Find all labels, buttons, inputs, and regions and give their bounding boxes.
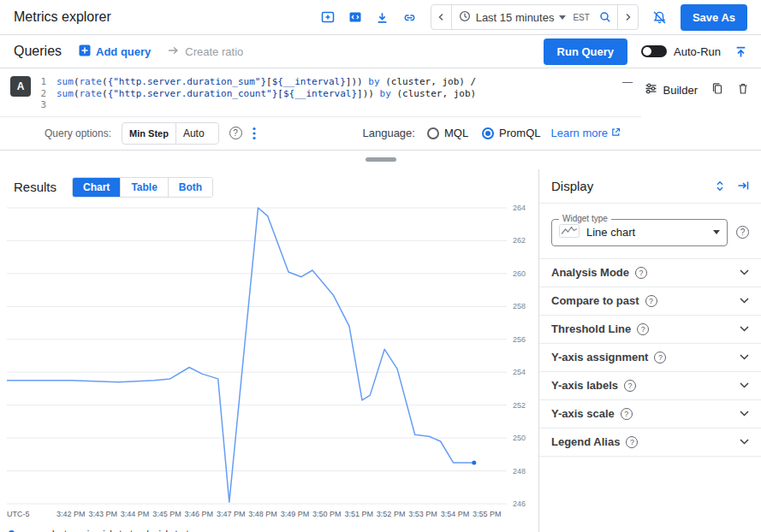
run-query-button[interactable]: Run Query	[544, 38, 627, 65]
chevron-down-icon	[559, 15, 566, 20]
create-ratio-button[interactable]: Create ratio	[168, 45, 243, 58]
help-icon[interactable]	[654, 352, 666, 364]
add-query-label: Add query	[96, 45, 151, 58]
collapse-panel-right-icon[interactable]	[737, 180, 749, 191]
clock-icon	[459, 10, 471, 25]
code-line[interactable]: 3	[33, 99, 614, 111]
widget-type-select[interactable]: Widget type Line chart	[551, 219, 728, 246]
chevron-down-icon	[740, 382, 749, 388]
time-range-selector[interactable]: Last 15 minutes	[452, 10, 574, 25]
legend-label: saucy-cluster zci-quickstart-ns/quicksta…	[20, 529, 207, 532]
code-lines[interactable]: 1sum(rate({"http.server.duration_sum"}[$…	[33, 76, 614, 111]
code-text: sum(rate({"http.server.duration_sum"}[${…	[56, 76, 476, 88]
code-line[interactable]: 1sum(rate({"http.server.duration_sum"}[$…	[33, 76, 614, 88]
expand-all-icon[interactable]	[715, 180, 725, 192]
content: Results ChartTableBoth 24624825025225425…	[0, 169, 761, 532]
editor-collapse-handle[interactable]: —	[614, 76, 641, 88]
code-export-icon[interactable]	[348, 10, 362, 24]
chevron-down-icon	[740, 411, 749, 417]
display-section-threshold-line[interactable]: Threshold Line	[539, 316, 761, 344]
svg-text:UTC-5: UTC-5	[7, 510, 30, 518]
widget-type-help-icon[interactable]	[736, 226, 749, 239]
language-label-heading: Language:	[362, 127, 414, 139]
display-sections: Analysis ModeCompare to pastThreshold Li…	[539, 259, 761, 457]
copy-icon[interactable]	[711, 82, 723, 95]
collapse-editor-icon[interactable]	[734, 45, 747, 58]
chevron-down-icon	[740, 439, 749, 445]
time-back-button[interactable]	[431, 5, 452, 29]
line-number: 1	[33, 76, 56, 88]
help-icon[interactable]	[635, 267, 647, 279]
code-line[interactable]: 2sum(rate({"http.server.duration_count"}…	[33, 88, 614, 100]
radio-icon	[427, 127, 439, 139]
auto-run-control: Auto-Run	[641, 45, 721, 58]
resize-handle[interactable]	[366, 157, 396, 162]
editor-side-actions: Builder	[641, 68, 761, 150]
notifications-off-icon[interactable]	[652, 10, 667, 25]
help-icon[interactable]	[626, 436, 638, 448]
more-options-icon[interactable]	[253, 127, 256, 140]
external-link-icon	[611, 127, 621, 139]
metrics-explorer-app: Metrics explorer	[0, 0, 761, 532]
top-bar: Metrics explorer	[0, 0, 761, 35]
topbar-actions: Last 15 minutes EST Save As	[321, 4, 747, 31]
query-editor: A 1sum(rate({"http.server.duration_sum"}…	[0, 68, 761, 151]
svg-text:250: 250	[513, 434, 526, 442]
tab-table[interactable]: Table	[121, 178, 168, 197]
time-range-label: Last 15 minutes	[476, 11, 555, 24]
time-forward-button[interactable]	[617, 5, 638, 29]
add-box-icon	[79, 44, 91, 59]
save-as-button[interactable]: Save As	[681, 4, 747, 31]
section-label: Y-axis labels	[551, 379, 618, 392]
queries-bar-actions: Run Query Auto-Run	[544, 38, 747, 65]
display-section-y-axis-scale[interactable]: Y-axis scale	[539, 400, 761, 429]
language-radio-mql[interactable]: MQL	[427, 127, 468, 139]
svg-text:260: 260	[513, 269, 526, 277]
chevron-down-icon	[740, 354, 749, 360]
radio-icon	[482, 127, 494, 139]
chevron-down-icon	[740, 269, 749, 275]
display-section-compare-to-past[interactable]: Compare to past	[539, 287, 761, 316]
learn-more-link[interactable]: Learn more	[551, 127, 621, 139]
svg-text:3:55 PM: 3:55 PM	[473, 510, 502, 518]
download-icon[interactable]	[376, 11, 389, 24]
link-icon[interactable]	[402, 11, 417, 24]
timezone-label: EST	[573, 13, 592, 22]
code-text: sum(rate({"http.server.duration_count"}[…	[56, 88, 476, 100]
section-label: Threshold Line	[551, 322, 631, 335]
add-query-button[interactable]: Add query	[79, 44, 151, 59]
svg-text:248: 248	[513, 466, 526, 475]
display-section-legend-alias[interactable]: Legend Alias	[539, 429, 761, 457]
help-icon[interactable]	[624, 380, 636, 392]
chevron-down-icon	[740, 326, 749, 332]
display-title: Display	[551, 179, 703, 193]
add-to-dashboard-icon[interactable]	[321, 10, 335, 24]
query-badge: A	[10, 76, 31, 97]
svg-text:254: 254	[513, 368, 526, 376]
display-section-y-axis-assignment[interactable]: Y-axis assignment	[539, 344, 761, 372]
language-group: Language: MQLPromQL	[362, 127, 540, 139]
auto-run-toggle[interactable]	[641, 45, 667, 57]
builder-button[interactable]: Builder	[645, 82, 698, 98]
editor-left: A 1sum(rate({"http.server.duration_sum"}…	[0, 68, 641, 150]
help-icon[interactable]	[637, 323, 649, 335]
chart-area: 2462482502522542562582602622643:42 PM3:4…	[0, 203, 538, 527]
tab-chart[interactable]: Chart	[73, 178, 121, 197]
language-radio-promql[interactable]: PromQL	[482, 127, 540, 139]
display-section-analysis-mode[interactable]: Analysis Mode	[539, 259, 761, 287]
line-number: 2	[33, 88, 56, 100]
language-options: MQLPromQL	[427, 127, 541, 139]
display-section-y-axis-labels[interactable]: Y-axis labels	[539, 372, 761, 400]
time-search-button[interactable]	[593, 5, 617, 29]
help-icon[interactable]	[645, 295, 657, 307]
results-title: Results	[14, 180, 56, 194]
queries-bar: Queries Add query Create ratio Run Query…	[0, 35, 761, 68]
tab-both[interactable]: Both	[169, 178, 212, 197]
delete-icon[interactable]	[737, 82, 749, 95]
min-step-control[interactable]: Min Step Auto	[122, 122, 219, 145]
min-step-help-icon[interactable]	[229, 127, 242, 139]
help-icon[interactable]	[621, 408, 633, 420]
chart-legend[interactable]: saucy-cluster zci-quickstart-ns/quicksta…	[0, 527, 538, 532]
svg-text:3:54 PM: 3:54 PM	[441, 510, 470, 518]
svg-text:252: 252	[513, 400, 526, 409]
